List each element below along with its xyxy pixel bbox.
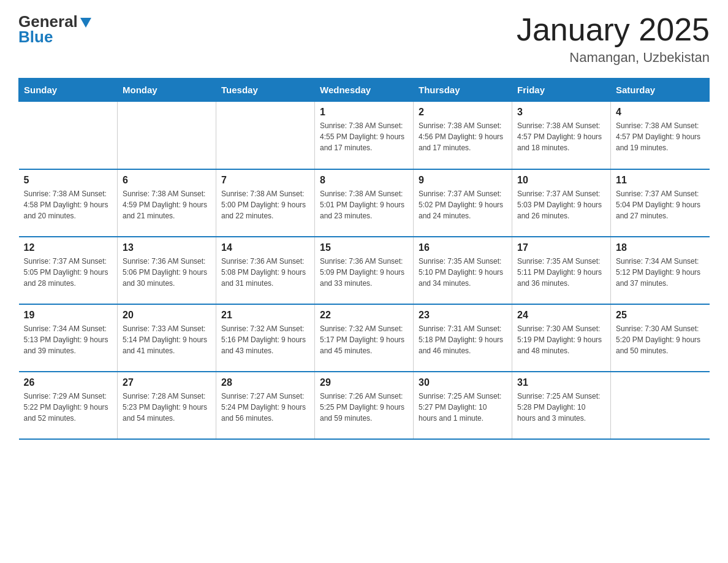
table-row: 12Sunrise: 7:37 AM Sunset: 5:05 PM Dayli… <box>19 237 118 304</box>
table-row: 13Sunrise: 7:36 AM Sunset: 5:06 PM Dayli… <box>118 237 216 304</box>
table-row: 21Sunrise: 7:32 AM Sunset: 5:16 PM Dayli… <box>216 304 315 372</box>
day-number: 3 <box>517 107 605 118</box>
day-info: Sunrise: 7:38 AM Sunset: 4:56 PM Dayligh… <box>419 120 507 153</box>
day-number: 4 <box>616 107 705 118</box>
calendar-title: January 2025 <box>517 12 710 47</box>
page-header: General Blue January 2025 Namangan, Uzbe… <box>18 12 710 66</box>
col-monday: Monday <box>118 79 216 102</box>
day-info: Sunrise: 7:36 AM Sunset: 5:06 PM Dayligh… <box>123 256 211 289</box>
table-row: 16Sunrise: 7:35 AM Sunset: 5:10 PM Dayli… <box>414 237 512 304</box>
day-number: 11 <box>616 175 705 186</box>
table-row: 23Sunrise: 7:31 AM Sunset: 5:18 PM Dayli… <box>414 304 512 372</box>
table-row: 27Sunrise: 7:28 AM Sunset: 5:23 PM Dayli… <box>118 372 216 439</box>
table-row <box>19 102 118 169</box>
table-row: 19Sunrise: 7:34 AM Sunset: 5:13 PM Dayli… <box>19 304 118 372</box>
day-number: 1 <box>320 107 408 118</box>
day-info: Sunrise: 7:37 AM Sunset: 5:03 PM Dayligh… <box>517 188 605 221</box>
day-info: Sunrise: 7:38 AM Sunset: 4:59 PM Dayligh… <box>123 188 211 221</box>
col-thursday: Thursday <box>414 79 512 102</box>
day-info: Sunrise: 7:35 AM Sunset: 5:11 PM Dayligh… <box>517 256 605 289</box>
table-row: 22Sunrise: 7:32 AM Sunset: 5:17 PM Dayli… <box>315 304 414 372</box>
table-row <box>216 102 315 169</box>
day-info: Sunrise: 7:25 AM Sunset: 5:27 PM Dayligh… <box>419 391 507 424</box>
day-number: 27 <box>123 377 211 388</box>
col-friday: Friday <box>512 79 611 102</box>
day-number: 12 <box>24 242 113 253</box>
day-number: 16 <box>419 242 507 253</box>
day-info: Sunrise: 7:34 AM Sunset: 5:13 PM Dayligh… <box>24 323 113 356</box>
day-number: 6 <box>123 175 211 186</box>
col-sunday: Sunday <box>19 79 118 102</box>
day-info: Sunrise: 7:37 AM Sunset: 5:04 PM Dayligh… <box>616 188 705 221</box>
day-number: 19 <box>24 310 113 321</box>
calendar-location: Namangan, Uzbekistan <box>517 50 710 66</box>
day-info: Sunrise: 7:37 AM Sunset: 5:02 PM Dayligh… <box>419 188 507 221</box>
day-info: Sunrise: 7:28 AM Sunset: 5:23 PM Dayligh… <box>123 391 211 424</box>
day-number: 13 <box>123 242 211 253</box>
day-number: 26 <box>24 377 113 388</box>
col-tuesday: Tuesday <box>216 79 315 102</box>
table-row: 18Sunrise: 7:34 AM Sunset: 5:12 PM Dayli… <box>611 237 710 304</box>
day-info: Sunrise: 7:30 AM Sunset: 5:20 PM Dayligh… <box>616 323 705 356</box>
table-row: 24Sunrise: 7:30 AM Sunset: 5:19 PM Dayli… <box>512 304 611 372</box>
day-number: 22 <box>320 310 408 321</box>
calendar-week-row: 12Sunrise: 7:37 AM Sunset: 5:05 PM Dayli… <box>19 237 710 304</box>
day-info: Sunrise: 7:38 AM Sunset: 4:57 PM Dayligh… <box>517 120 605 153</box>
table-row: 9Sunrise: 7:37 AM Sunset: 5:02 PM Daylig… <box>414 169 512 237</box>
logo-blue-text: Blue <box>18 28 91 47</box>
table-row: 3Sunrise: 7:38 AM Sunset: 4:57 PM Daylig… <box>512 102 611 169</box>
table-row: 1Sunrise: 7:38 AM Sunset: 4:55 PM Daylig… <box>315 102 414 169</box>
day-number: 9 <box>419 175 507 186</box>
day-info: Sunrise: 7:34 AM Sunset: 5:12 PM Dayligh… <box>616 256 705 289</box>
day-number: 14 <box>221 242 309 253</box>
calendar-week-row: 5Sunrise: 7:38 AM Sunset: 4:58 PM Daylig… <box>19 169 710 237</box>
day-info: Sunrise: 7:32 AM Sunset: 5:17 PM Dayligh… <box>320 323 408 356</box>
day-info: Sunrise: 7:29 AM Sunset: 5:22 PM Dayligh… <box>24 391 113 424</box>
day-number: 8 <box>320 175 408 186</box>
table-row: 28Sunrise: 7:27 AM Sunset: 5:24 PM Dayli… <box>216 372 315 439</box>
table-row: 17Sunrise: 7:35 AM Sunset: 5:11 PM Dayli… <box>512 237 611 304</box>
table-row: 2Sunrise: 7:38 AM Sunset: 4:56 PM Daylig… <box>414 102 512 169</box>
day-info: Sunrise: 7:38 AM Sunset: 4:58 PM Dayligh… <box>24 188 113 221</box>
col-saturday: Saturday <box>611 79 710 102</box>
day-info: Sunrise: 7:38 AM Sunset: 5:01 PM Dayligh… <box>320 188 408 221</box>
table-row: 10Sunrise: 7:37 AM Sunset: 5:03 PM Dayli… <box>512 169 611 237</box>
day-info: Sunrise: 7:27 AM Sunset: 5:24 PM Dayligh… <box>221 391 309 424</box>
day-info: Sunrise: 7:38 AM Sunset: 4:57 PM Dayligh… <box>616 120 705 153</box>
day-info: Sunrise: 7:31 AM Sunset: 5:18 PM Dayligh… <box>419 323 507 356</box>
day-number: 29 <box>320 377 408 388</box>
table-row: 4Sunrise: 7:38 AM Sunset: 4:57 PM Daylig… <box>611 102 710 169</box>
table-row <box>118 102 216 169</box>
table-row: 26Sunrise: 7:29 AM Sunset: 5:22 PM Dayli… <box>19 372 118 439</box>
table-row: 6Sunrise: 7:38 AM Sunset: 4:59 PM Daylig… <box>118 169 216 237</box>
day-info: Sunrise: 7:30 AM Sunset: 5:19 PM Dayligh… <box>517 323 605 356</box>
calendar-week-row: 1Sunrise: 7:38 AM Sunset: 4:55 PM Daylig… <box>19 102 710 169</box>
day-number: 25 <box>616 310 705 321</box>
day-number: 23 <box>419 310 507 321</box>
day-info: Sunrise: 7:36 AM Sunset: 5:09 PM Dayligh… <box>320 256 408 289</box>
table-row: 30Sunrise: 7:25 AM Sunset: 5:27 PM Dayli… <box>414 372 512 439</box>
day-info: Sunrise: 7:26 AM Sunset: 5:25 PM Dayligh… <box>320 391 408 424</box>
day-number: 5 <box>24 175 113 186</box>
table-row: 8Sunrise: 7:38 AM Sunset: 5:01 PM Daylig… <box>315 169 414 237</box>
table-row: 11Sunrise: 7:37 AM Sunset: 5:04 PM Dayli… <box>611 169 710 237</box>
calendar-header-row: Sunday Monday Tuesday Wednesday Thursday… <box>19 79 710 102</box>
day-number: 15 <box>320 242 408 253</box>
calendar-week-row: 19Sunrise: 7:34 AM Sunset: 5:13 PM Dayli… <box>19 304 710 372</box>
day-number: 30 <box>419 377 507 388</box>
day-number: 18 <box>616 242 705 253</box>
day-number: 24 <box>517 310 605 321</box>
col-wednesday: Wednesday <box>315 79 414 102</box>
table-row: 29Sunrise: 7:26 AM Sunset: 5:25 PM Dayli… <box>315 372 414 439</box>
day-number: 17 <box>517 242 605 253</box>
day-info: Sunrise: 7:33 AM Sunset: 5:14 PM Dayligh… <box>123 323 211 356</box>
day-info: Sunrise: 7:38 AM Sunset: 4:55 PM Dayligh… <box>320 120 408 153</box>
day-info: Sunrise: 7:37 AM Sunset: 5:05 PM Dayligh… <box>24 256 113 289</box>
day-number: 28 <box>221 377 309 388</box>
title-block: January 2025 Namangan, Uzbekistan <box>517 12 710 66</box>
day-number: 21 <box>221 310 309 321</box>
table-row: 20Sunrise: 7:33 AM Sunset: 5:14 PM Dayli… <box>118 304 216 372</box>
day-info: Sunrise: 7:38 AM Sunset: 5:00 PM Dayligh… <box>221 188 309 221</box>
table-row <box>611 372 710 439</box>
day-number: 10 <box>517 175 605 186</box>
